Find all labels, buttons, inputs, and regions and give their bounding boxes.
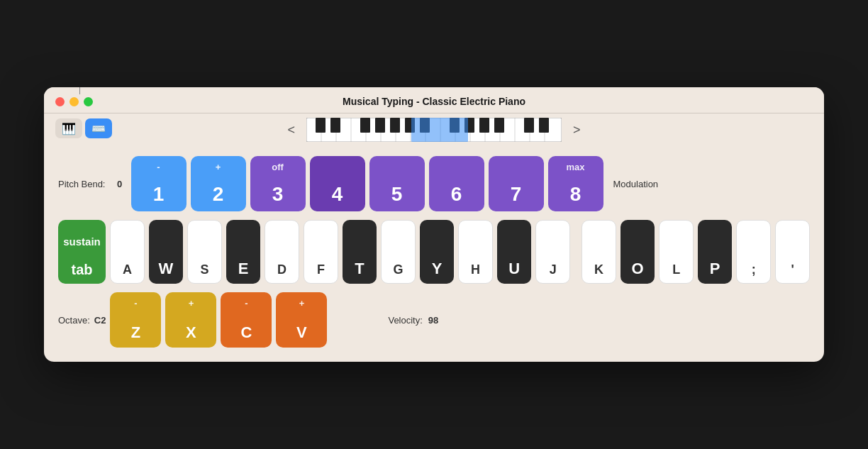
piano-key-O[interactable]: O	[621, 220, 655, 284]
bottom-section: Octave: C2 - Z + X - C + V	[58, 292, 810, 348]
nav-prev-button[interactable]: <	[282, 121, 301, 139]
pitch-label-5: 5	[391, 183, 403, 206]
window-title: Musical Typing - Classic Electric Piano	[343, 96, 525, 107]
piano-key-W[interactable]: W	[149, 220, 183, 284]
view-piano-button[interactable]: 🎹	[55, 118, 82, 138]
piano-key-F[interactable]: F	[304, 220, 338, 284]
octave-label-V: V	[296, 323, 307, 342]
piano-icon: 🎹	[62, 122, 76, 135]
pitch-bend-value: 0	[113, 179, 127, 189]
velocity-label: Velocity:	[388, 315, 422, 326]
pitch-key-2[interactable]: + 2	[191, 156, 246, 211]
svg-rect-18	[330, 118, 340, 133]
svg-rect-19	[360, 118, 370, 133]
octave-modifier-Z: -	[134, 298, 137, 309]
octave-label: Octave:	[58, 315, 90, 326]
mini-keyboard[interactable]	[306, 118, 562, 142]
pitch-label-4: 4	[332, 183, 343, 206]
octave-key-C[interactable]: - C	[221, 292, 272, 348]
piano-key-E[interactable]: E	[226, 220, 260, 284]
piano-key-D-label: D	[277, 262, 286, 277]
pitch-modifier-2: +	[216, 162, 221, 172]
pitch-key-3[interactable]: off 3	[250, 156, 306, 211]
pitch-key-7[interactable]: 7	[489, 156, 544, 211]
piano-key-T-label: T	[355, 260, 364, 278]
svg-rect-28	[524, 118, 534, 133]
octave-modifier-X: +	[189, 298, 194, 309]
piano-key-Y[interactable]: Y	[420, 220, 454, 284]
piano-key-L-label: L	[672, 262, 680, 277]
modulation-label: Modulation	[613, 179, 659, 189]
piano-key-U-label: U	[508, 260, 520, 278]
piano-key-P-label: P	[710, 260, 720, 278]
piano-key-P[interactable]: P	[698, 220, 732, 284]
traffic-lights	[55, 97, 93, 106]
piano-key-A[interactable]: A	[110, 220, 145, 284]
pitch-label-7: 7	[511, 183, 522, 206]
octave-key-V[interactable]: + V	[276, 292, 327, 348]
octave-key-X[interactable]: + X	[165, 292, 216, 348]
piano-key-K[interactable]: K	[582, 220, 616, 284]
velocity-section: Velocity: 98	[388, 315, 438, 326]
piano-key-L[interactable]: L	[659, 220, 694, 284]
piano-key-F-label: F	[317, 262, 325, 277]
pitch-label-3: 3	[272, 183, 284, 206]
view-keyboard-button[interactable]: ⌨️	[85, 118, 112, 138]
pitch-modifier-3: off	[272, 162, 284, 172]
maximize-button[interactable]	[84, 97, 93, 106]
piano-key-S[interactable]: S	[187, 220, 222, 284]
nav-next-button[interactable]: >	[567, 121, 586, 139]
piano-key-G-label: G	[393, 262, 403, 277]
piano-key-K-label: K	[594, 262, 603, 277]
pitch-label-1: 1	[153, 183, 165, 206]
sustain-key[interactable]: sustain tab	[58, 220, 106, 284]
octave-key-Z[interactable]: - Z	[110, 292, 161, 348]
piano-key-H[interactable]: H	[458, 220, 493, 284]
svg-rect-27	[494, 118, 504, 133]
pitch-label-6: 6	[451, 183, 462, 206]
octave-modifier-V: +	[299, 298, 305, 309]
svg-rect-26	[479, 118, 489, 133]
sustain-top-label: sustain	[63, 235, 101, 248]
main-window: 🎹 ⌨️ Musical Typing - Classic Electric P…	[44, 87, 824, 362]
piano-keys-section: sustain tab A W S E D	[58, 220, 810, 284]
piano-key-semicolon-label: ;	[752, 262, 756, 277]
piano-key-S-label: S	[200, 262, 208, 277]
piano-key-apostrophe-label: '	[791, 262, 794, 277]
minimize-button[interactable]	[69, 97, 79, 106]
main-content: Pitch Bend: 0 - 1 + 2 off 3 4 5	[44, 149, 824, 362]
pitch-key-8[interactable]: max 8	[548, 156, 603, 211]
pitch-key-4[interactable]: 4	[310, 156, 365, 211]
piano-key-T[interactable]: T	[343, 220, 377, 284]
piano-key-U[interactable]: U	[497, 220, 531, 284]
velocity-value: 98	[428, 315, 438, 326]
sustain-bottom-label: tab	[71, 262, 92, 278]
pitch-label-8: 8	[570, 183, 582, 206]
piano-key-J[interactable]: J	[535, 220, 570, 284]
pitch-bend-label: Pitch Bend:	[58, 179, 106, 189]
svg-rect-17	[316, 118, 326, 133]
piano-key-H-label: H	[471, 262, 480, 277]
piano-key-apostrophe[interactable]: '	[775, 220, 810, 284]
pitch-label-2: 2	[213, 183, 224, 206]
octave-label-Z: Z	[131, 323, 140, 342]
piano-key-Y-label: Y	[432, 260, 443, 278]
piano-key-A-label: A	[123, 262, 132, 277]
close-button[interactable]	[55, 97, 65, 106]
piano-key-W-label: W	[159, 260, 174, 278]
octave-label-C: C	[240, 323, 252, 342]
pitch-key-6[interactable]: 6	[429, 156, 484, 211]
octave-modifier-C: -	[245, 298, 247, 309]
pitch-bend-row: Pitch Bend: 0 - 1 + 2 off 3 4 5	[58, 156, 810, 211]
pitch-key-1[interactable]: - 1	[131, 156, 187, 211]
pitch-key-5[interactable]: 5	[369, 156, 425, 211]
pitch-modifier-1: -	[157, 162, 160, 172]
svg-rect-20	[375, 118, 385, 133]
piano-key-D[interactable]: D	[265, 220, 299, 284]
svg-rect-29	[539, 118, 549, 133]
piano-key-G[interactable]: G	[381, 220, 416, 284]
keyboard-icon: ⌨️	[91, 122, 106, 135]
titlebar: 🎹 ⌨️ Musical Typing - Classic Electric P…	[44, 87, 824, 113]
piano-key-semicolon[interactable]: ;	[736, 220, 771, 284]
piano-key-O-label: O	[632, 260, 644, 278]
